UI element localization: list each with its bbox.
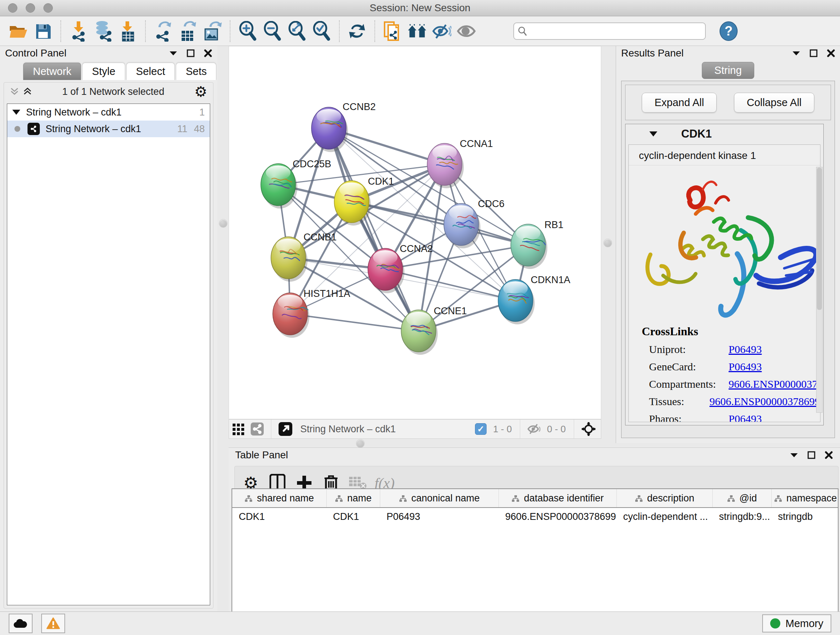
results-scrollbar-thumb[interactable] bbox=[817, 168, 822, 310]
export-image-icon[interactable] bbox=[202, 21, 222, 41]
network-node-CCNA1[interactable]: CCNA1 bbox=[427, 138, 493, 188]
network-collection-row[interactable]: String Network – cdk1 1 bbox=[7, 104, 210, 120]
network-node-CDKN1A[interactable]: CDKN1A bbox=[498, 274, 570, 325]
results-scrollbar[interactable] bbox=[816, 167, 823, 413]
entry-header[interactable]: CDK1 bbox=[625, 124, 823, 144]
close-panel-icon[interactable] bbox=[204, 49, 212, 57]
tab-style[interactable]: Style bbox=[82, 63, 125, 80]
table-cell[interactable]: CDK1 bbox=[232, 508, 327, 525]
float-panel-icon[interactable] bbox=[810, 49, 818, 57]
control-panel: Control Panel NetworkStyleSelectSets 1 o… bbox=[0, 46, 217, 611]
network-node-RB1[interactable]: RB1 bbox=[511, 219, 564, 269]
zoom-selected-icon[interactable] bbox=[312, 21, 332, 41]
close-panel-icon[interactable] bbox=[827, 49, 835, 57]
hide-selected-icon[interactable] bbox=[432, 21, 452, 41]
network-node-HIST1H1A[interactable]: HIST1H1A bbox=[273, 288, 350, 338]
memory-label: Memory bbox=[785, 618, 823, 630]
left-splitter-handle[interactable] bbox=[219, 219, 227, 228]
table-cell[interactable]: P06493 bbox=[380, 508, 499, 525]
table-row[interactable]: CDK1CDK1P064939606.ENSP00000378699cyclin… bbox=[232, 508, 838, 525]
cloud-icon bbox=[13, 618, 28, 629]
zoom-out-icon[interactable] bbox=[263, 21, 282, 41]
right-splitter[interactable] bbox=[601, 46, 616, 439]
network-edge-CCNB2-CCNE1[interactable] bbox=[329, 128, 418, 331]
memory-button[interactable]: Memory bbox=[762, 614, 831, 632]
global-search-box[interactable] bbox=[513, 22, 706, 40]
node-table[interactable]: shared namenamecanonical namedatabase id… bbox=[232, 488, 838, 613]
left-splitter[interactable] bbox=[218, 46, 229, 611]
warnings-button[interactable] bbox=[41, 614, 65, 633]
column-header-canonical-name[interactable]: canonical name bbox=[380, 489, 499, 508]
tab-network[interactable]: Network bbox=[23, 63, 81, 80]
network-node-CCNB1[interactable]: CCNB1 bbox=[271, 232, 337, 282]
network-node-CCNE1[interactable]: CCNE1 bbox=[401, 306, 467, 355]
crosslink-link[interactable]: 9606.ENSP00000378699 bbox=[709, 395, 820, 408]
crosslink-link[interactable]: P06493 bbox=[729, 413, 762, 422]
selected-nodes-checkbox[interactable]: ✓ bbox=[475, 423, 486, 435]
float-panel-icon[interactable] bbox=[807, 451, 815, 459]
cloud-button[interactable] bbox=[9, 614, 33, 633]
crosslink-link[interactable]: P06493 bbox=[729, 361, 762, 373]
column-header--id[interactable]: @id bbox=[713, 489, 772, 508]
column-header-name[interactable]: name bbox=[327, 489, 380, 508]
crosslink-link[interactable]: 9606.ENSP00000378699 bbox=[729, 378, 821, 390]
table-cell[interactable]: stringdb:9... bbox=[713, 508, 772, 525]
save-session-icon[interactable] bbox=[33, 21, 53, 41]
network-row[interactable]: String Network – cdk1 11 48 bbox=[7, 120, 210, 137]
results-panel-title: Results Panel bbox=[621, 48, 684, 59]
column-header-namespace[interactable]: namespace bbox=[772, 489, 839, 508]
tab-string[interactable]: String bbox=[702, 62, 755, 79]
hidden-elements-icon[interactable] bbox=[527, 424, 540, 434]
network-node-CDC25B[interactable]: CDC25B bbox=[261, 158, 332, 209]
tab-sets[interactable]: Sets bbox=[176, 63, 216, 80]
network-node-CDC6[interactable]: CDC6 bbox=[444, 198, 505, 249]
import-network-database-icon[interactable] bbox=[93, 21, 113, 41]
table-cell[interactable]: 9606.ENSP00000378699 bbox=[499, 508, 617, 525]
search-input[interactable] bbox=[530, 25, 701, 37]
open-in-window-icon[interactable] bbox=[279, 422, 292, 436]
network-edge-HIST1H1A-CCNE1[interactable] bbox=[290, 314, 418, 331]
import-network-file-icon[interactable] bbox=[69, 21, 88, 41]
string-network-badge-icon[interactable] bbox=[251, 423, 264, 435]
right-splitter-handle[interactable] bbox=[603, 239, 612, 247]
help-button[interactable]: ? bbox=[720, 21, 737, 41]
network-node-CCNA2[interactable]: CCNA2 bbox=[368, 243, 433, 293]
column-header-shared-name[interactable]: shared name bbox=[232, 489, 327, 508]
zoom-fit-icon[interactable] bbox=[287, 21, 307, 41]
open-file-icon[interactable] bbox=[9, 21, 28, 41]
horizontal-splitter-handle[interactable] bbox=[356, 439, 365, 448]
apply-layout-icon[interactable] bbox=[347, 21, 367, 41]
entry-collapse-icon[interactable] bbox=[649, 131, 657, 136]
float-panel-icon[interactable] bbox=[187, 49, 195, 57]
network-node-CCNB2[interactable]: CCNB2 bbox=[311, 101, 376, 152]
birds-eye-view-icon[interactable] bbox=[581, 422, 596, 436]
table-cell[interactable]: CDK1 bbox=[327, 508, 380, 525]
table-cell[interactable]: stringdb bbox=[772, 508, 839, 525]
first-neighbors-icon[interactable] bbox=[407, 21, 427, 41]
export-table-icon[interactable] bbox=[178, 21, 197, 41]
grid-view-icon[interactable] bbox=[233, 423, 245, 435]
expand-all-button[interactable]: Expand All bbox=[642, 93, 717, 112]
tab-select[interactable]: Select bbox=[126, 63, 175, 80]
panel-menu-icon[interactable] bbox=[169, 51, 177, 56]
panel-menu-icon[interactable] bbox=[792, 51, 800, 56]
edge-count: 48 bbox=[194, 124, 205, 135]
zoom-in-icon[interactable] bbox=[238, 21, 257, 41]
panel-menu-icon[interactable] bbox=[790, 453, 798, 458]
export-network-icon[interactable] bbox=[153, 21, 173, 41]
table-cell[interactable]: cyclin-dependent ... bbox=[617, 508, 713, 525]
column-header-database-identifier[interactable]: database identifier bbox=[499, 489, 617, 508]
collection-expand-icon[interactable] bbox=[12, 110, 20, 115]
column-header-description[interactable]: description bbox=[617, 489, 713, 508]
close-panel-icon[interactable] bbox=[825, 451, 833, 459]
collapse-all-button[interactable]: Collapse All bbox=[734, 93, 814, 112]
crosslink-link[interactable]: P06493 bbox=[729, 343, 762, 356]
collapse-all-networks-icon[interactable] bbox=[10, 87, 19, 96]
network-canvas[interactable]: CCNB2CCNA1CDC25BCDK1CDC6RB1CCNB1CCNA2CDK… bbox=[229, 46, 601, 419]
duplicate-network-icon[interactable] bbox=[383, 21, 402, 41]
show-all-icon[interactable] bbox=[456, 21, 476, 41]
expand-all-networks-icon[interactable] bbox=[23, 87, 32, 96]
network-options-gear-icon[interactable]: ⚙ bbox=[194, 83, 207, 100]
collection-count: 1 bbox=[199, 107, 205, 118]
import-table-file-icon[interactable] bbox=[118, 21, 137, 41]
